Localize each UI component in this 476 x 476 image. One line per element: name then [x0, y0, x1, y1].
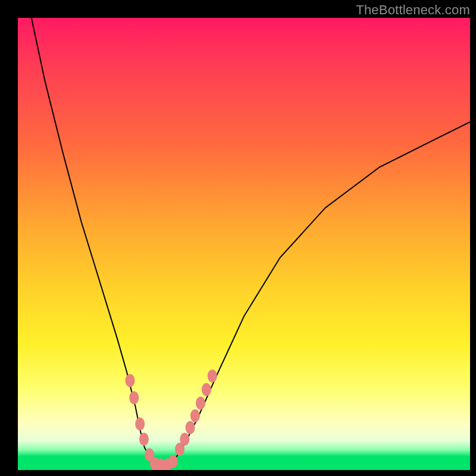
bead-marker: [139, 433, 149, 446]
bead-marker: [129, 391, 139, 404]
bead-marker: [180, 433, 189, 446]
bottleneck-curve: [32, 18, 470, 465]
bead-marker: [196, 397, 205, 410]
bead-marker: [190, 409, 200, 422]
bead-marker: [126, 374, 135, 387]
outer-frame: TheBottleneck.com: [0, 0, 476, 476]
beads-group: [126, 369, 217, 470]
watermark-text: TheBottleneck.com: [356, 2, 470, 18]
curve-layer: [18, 18, 470, 470]
bead-marker: [135, 418, 145, 431]
plot-area: [18, 18, 470, 470]
bead-marker: [168, 455, 178, 468]
bead-marker: [186, 421, 195, 434]
bead-marker: [208, 369, 217, 383]
bead-marker: [202, 383, 211, 396]
